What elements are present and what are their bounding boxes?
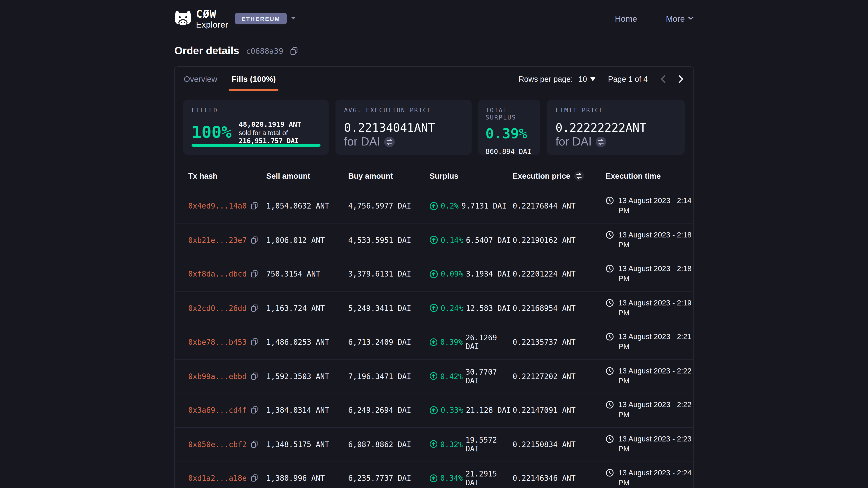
buy-amount-cell: 5,249.3411 DAI (348, 304, 430, 313)
copy-order-id-button[interactable] (290, 47, 298, 55)
nav-more[interactable]: More (666, 14, 694, 23)
table-header: Tx hash Sell amount Buy amount Surplus E… (175, 163, 693, 189)
tx-hash-link[interactable]: 0x050e...cbf2 (188, 440, 247, 449)
column-tx-hash: Tx hash (188, 171, 266, 180)
order-id: c0688a39 (246, 46, 283, 55)
rows-per-page-label: Rows per page: (519, 74, 573, 83)
total-surplus-card: TOTAL SURPLUS 0.39% 860.894 DAI (478, 100, 540, 155)
tab-fills[interactable]: Fills (100%) (232, 67, 276, 91)
fill-row: 0x050e...cbf2 1,348.5175 ANT 6,087.8862 … (175, 427, 693, 462)
tx-hash-link[interactable]: 0x2cd0...26dd (188, 304, 247, 313)
column-execution-price: Execution price (513, 171, 606, 181)
copy-icon (251, 236, 258, 244)
surplus-cell: 0.33%21.128 DAI (430, 406, 513, 415)
network-badge[interactable]: ETHEREUM (235, 13, 287, 24)
surplus-amount: 3.1934 DAI (466, 269, 511, 278)
total-surplus-label: TOTAL SURPLUS (486, 107, 533, 121)
buy-amount-cell: 4,756.5977 DAI (348, 201, 430, 210)
tab-overview[interactable]: Overview (184, 67, 217, 91)
summary-cards: FILLED 100% 48,020.1919 ANT sold for a t… (175, 91, 693, 163)
sell-amount-cell: 1,163.724 ANT (266, 304, 348, 313)
column-execution-time: Execution time (606, 171, 686, 180)
copy-icon (251, 372, 258, 380)
execution-time-text: 13 August 2023 - 2:24 PM (618, 468, 696, 488)
swap-currency-icon[interactable] (384, 136, 395, 147)
copy-tx-hash-button[interactable] (251, 406, 258, 414)
copy-tx-hash-button[interactable] (251, 202, 258, 210)
page-indicator: Page 1 of 4 (608, 74, 648, 83)
tx-hash-link[interactable]: 0x4ed9...14a0 (188, 201, 247, 210)
execution-time-text: 13 August 2023 - 2:22 PM (618, 400, 696, 420)
chevron-down-icon (688, 17, 693, 20)
limit-price-label: LIMIT PRICE (555, 107, 676, 114)
copy-icon (251, 406, 258, 414)
tx-hash-link[interactable]: 0x3a69...cd4f (188, 406, 247, 415)
brand-subtitle: Explorer (196, 20, 228, 29)
limit-price-unit: for DAI (555, 135, 676, 149)
copy-tx-hash-button[interactable] (251, 474, 258, 482)
tx-hash-link[interactable]: 0xbe78...b453 (188, 337, 247, 346)
surplus-percent: 0.39% (440, 337, 463, 346)
surplus-percent: 0.24% (440, 304, 463, 313)
tx-hash-link[interactable]: 0xb99a...ebbd (188, 372, 247, 381)
clock-icon (606, 265, 614, 273)
surplus-cell: 0.34%21.2915 DAI (430, 469, 513, 487)
tx-hash-link[interactable]: 0xf8da...dbcd (188, 269, 247, 278)
chevron-down-icon (291, 17, 296, 20)
tx-hash-cell: 0x3a69...cd4f (188, 406, 266, 415)
column-buy-amount: Buy amount (348, 171, 430, 180)
rows-per-page-select[interactable]: 10 (579, 74, 596, 83)
copy-tx-hash-button[interactable] (251, 270, 258, 278)
copy-tx-hash-button[interactable] (251, 236, 258, 244)
surplus-percent: 0.32% (440, 440, 463, 449)
tx-hash-cell: 0xb99a...ebbd (188, 372, 266, 381)
table-body: 0x4ed9...14a0 1,054.8632 ANT 4,756.5977 … (175, 189, 693, 488)
execution-time-cell: 13 August 2023 - 2:24 PM (606, 468, 696, 488)
swap-currency-icon[interactable] (596, 136, 606, 147)
copy-tx-hash-button[interactable] (251, 372, 258, 380)
column-surplus: Surplus (430, 171, 513, 180)
previous-page-button[interactable] (660, 74, 666, 83)
copy-icon (251, 202, 258, 210)
fill-row: 0xd1a2...a18e 1,380.996 ANT 6,235.7737 D… (175, 461, 693, 488)
copy-icon (251, 474, 258, 482)
surplus-percent: 0.09% (440, 269, 463, 278)
fills-panel: Overview Fills (100%) Rows per page: 10 … (174, 66, 693, 488)
execution-time-cell: 13 August 2023 - 2:22 PM (606, 366, 696, 386)
network-selector[interactable]: ETHEREUM (235, 13, 296, 24)
execution-time-cell: 13 August 2023 - 2:14 PM (606, 196, 696, 216)
tx-hash-cell: 0x050e...cbf2 (188, 440, 266, 449)
execution-time-cell: 13 August 2023 - 2:21 PM (606, 332, 696, 352)
buy-amount-cell: 6,087.8862 DAI (348, 440, 430, 449)
avg-execution-price-value: 0.22134041ANT (344, 121, 463, 135)
execution-time-text: 13 August 2023 - 2:14 PM (618, 196, 696, 216)
execution-time-text: 13 August 2023 - 2:18 PM (618, 264, 696, 284)
cow-icon (174, 10, 191, 27)
clock-icon (606, 230, 614, 239)
column-sell-amount: Sell amount (266, 171, 348, 180)
surplus-amount: 21.2915 DAI (465, 469, 513, 487)
copy-tx-hash-button[interactable] (251, 304, 258, 312)
invert-price-icon[interactable] (574, 171, 584, 181)
buy-amount-cell: 6,249.2694 DAI (348, 406, 430, 415)
nav-home[interactable]: Home (615, 14, 637, 23)
next-page-button[interactable] (678, 74, 684, 83)
tx-hash-link[interactable]: 0xb21e...23e7 (188, 236, 247, 245)
execution-price-cell: 0.22201224 ANT (513, 269, 606, 278)
copy-tx-hash-button[interactable] (251, 338, 258, 346)
execution-price-cell: 0.22147091 ANT (513, 406, 606, 415)
buy-amount-cell: 7,196.3471 DAI (348, 372, 430, 381)
total-surplus-amount: 860.894 DAI (486, 147, 533, 156)
avg-execution-price-card: AVG. EXECUTION PRICE 0.22134041ANT for D… (336, 100, 471, 155)
surplus-percent: 0.14% (440, 236, 463, 245)
execution-time-cell: 13 August 2023 - 2:22 PM (606, 400, 696, 420)
execution-price-cell: 0.22176844 ANT (513, 201, 606, 210)
filled-sold-line: sold for a total of 216,951.757 DAI (239, 129, 321, 145)
clock-icon (606, 196, 614, 205)
tx-hash-link[interactable]: 0xd1a2...a18e (188, 474, 247, 483)
buy-amount-cell: 4,533.5951 DAI (348, 236, 430, 245)
cow-explorer-logo[interactable]: CØW Explorer (174, 8, 228, 29)
tx-hash-cell: 0x2cd0...26dd (188, 304, 266, 313)
copy-tx-hash-button[interactable] (251, 440, 258, 448)
fill-row: 0xb99a...ebbd 1,592.3503 ANT 7,196.3471 … (175, 359, 693, 394)
